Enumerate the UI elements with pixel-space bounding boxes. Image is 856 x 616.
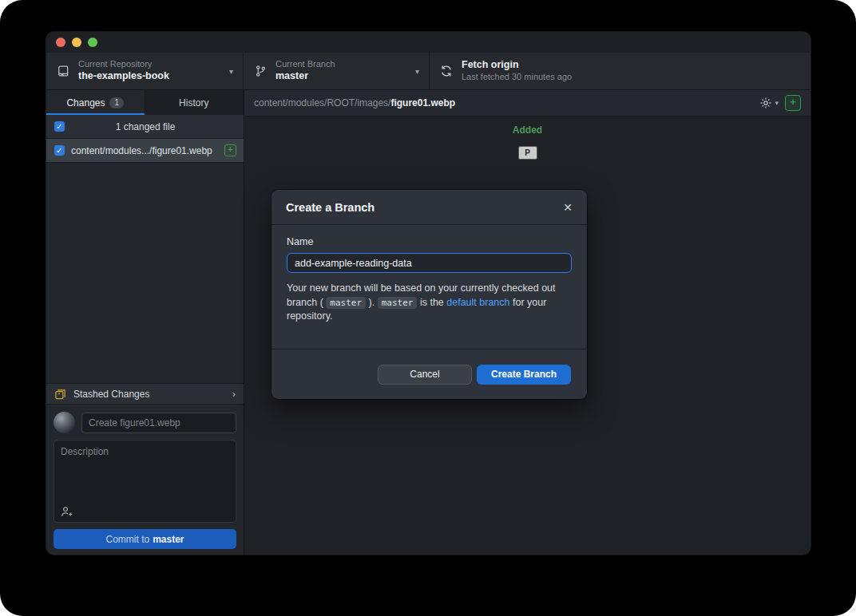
image-added-icon[interactable]: + [785,95,801,111]
select-all-checkbox[interactable]: ✓ [54,121,65,132]
screenshot-frame: Current Repository the-examples-book ▾ C… [0,0,856,616]
commit-to-master-button[interactable]: Commit to master [54,529,236,549]
git-branch-icon [253,65,268,77]
commit-description-input[interactable] [54,440,236,503]
toolbar: Current Repository the-examples-book ▾ C… [46,53,810,90]
github-desktop-window: Current Repository the-examples-book ▾ C… [46,32,810,555]
branch-code-pill: master [326,297,366,309]
dialog-footer: Cancel Create Branch [271,349,587,399]
commit-button-branch: master [153,534,184,545]
stashed-changes-row[interactable]: Stashed Changes › [46,383,244,405]
current-repository-label: Current Repository [78,59,169,70]
diff-header-actions: ▾ + [759,95,801,111]
file-added-status-icon: + [224,144,236,156]
chevron-down-icon: ▾ [775,99,779,107]
branch-code-pill: master [378,297,418,309]
chevron-down-icon: ▾ [229,67,233,76]
tab-history-label: History [179,97,208,109]
add-coauthor-icon[interactable] [61,506,73,517]
stash-icon [54,388,67,400]
sidebar: Changes 1 History ✓ 1 changed file ✓ con… [46,90,244,555]
fetch-origin-button[interactable]: Fetch origin Last fetched 30 minutes ago [430,53,810,89]
changes-count-badge: 1 [109,97,124,109]
changed-files-header-row: ✓ 1 changed file [46,115,244,139]
file-path-directory: content/modules/ROOT/images/ [254,97,390,109]
sync-icon [439,65,454,77]
stashed-changes-label: Stashed Changes [73,389,149,400]
description-text: ). [366,297,378,308]
close-window-button[interactable] [56,38,65,47]
file-list-empty-area [46,163,244,383]
dialog-header: Create a Branch ✕ [271,190,587,225]
repo-icon [56,65,70,77]
tab-changes[interactable]: Changes 1 [46,90,145,115]
diff-status-label: Added [513,124,542,136]
commit-summary-row [54,412,236,433]
changed-files-count: 1 changed file [71,121,244,132]
tab-changes-label: Changes [66,97,105,109]
chevron-right-icon: › [232,388,236,400]
fetch-origin-label: Fetch origin [462,59,572,72]
current-branch-dropdown[interactable]: Current Branch master ▾ [244,53,430,89]
current-repository-dropdown[interactable]: Current Repository the-examples-book ▾ [46,53,244,89]
dialog-body: Name Your new branch will be based on yo… [271,225,587,349]
description-text: is the [417,297,446,308]
tab-history[interactable]: History [145,90,244,115]
diff-options-button[interactable]: ▾ [759,97,779,109]
commit-summary-input[interactable] [81,413,236,433]
commit-form: Commit to master [46,405,244,555]
create-branch-button[interactable]: Create Branch [477,365,571,385]
diff-path-header: content/modules/ROOT/images/ figure01.we… [244,90,810,116]
branch-base-description: Your new branch will be based on your cu… [287,282,572,324]
current-repository-value: the-examples-book [78,70,169,83]
minimize-window-button[interactable] [72,38,81,47]
close-icon[interactable]: ✕ [563,201,573,214]
chevron-down-icon: ▾ [415,67,419,76]
fetch-origin-sub: Last fetched 30 minutes ago [462,72,572,83]
current-branch-label: Current Branch [275,59,335,70]
create-branch-dialog: Create a Branch ✕ Name Your new branch w… [271,190,587,399]
default-branch-link[interactable]: default branch [446,297,509,308]
changed-file-row[interactable]: ✓ content/modules.../figure01.webp + [46,139,244,163]
commit-description-box [54,440,236,523]
branch-name-input[interactable] [287,253,572,273]
traffic-lights [56,38,97,47]
branch-name-label: Name [287,236,572,247]
titlebar [46,32,810,53]
file-path: content/modules.../figure01.webp [71,145,220,156]
image-thumbnail: P [518,146,537,160]
file-path-filename: figure01.webp [390,97,455,109]
cancel-button[interactable]: Cancel [378,365,472,385]
dialog-title: Create a Branch [286,201,374,214]
sidebar-tabbar: Changes 1 History [46,90,244,115]
commit-button-prefix: Commit to [105,534,149,545]
current-branch-value: master [275,70,335,83]
zoom-window-button[interactable] [88,38,97,47]
avatar [54,412,75,433]
file-checkbox[interactable]: ✓ [54,145,65,156]
